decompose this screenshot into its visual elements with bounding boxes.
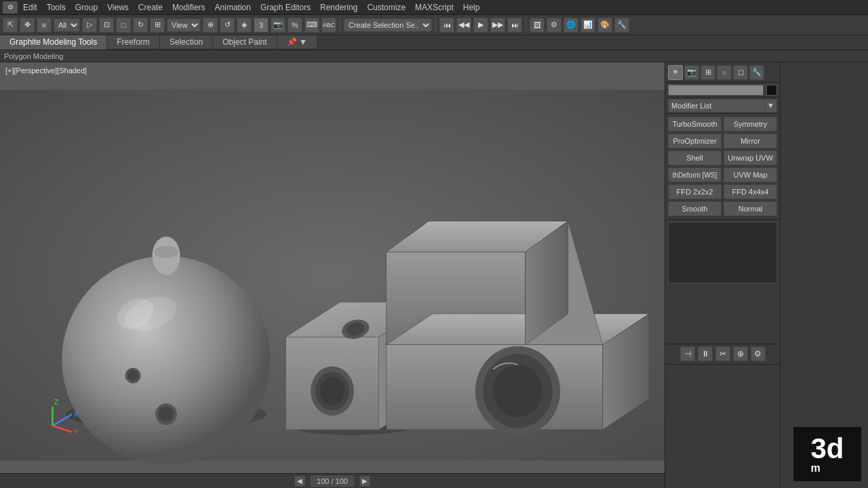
- extra-right-panel: 3d m: [780, 62, 868, 488]
- color-row: [665, 83, 780, 98]
- viewport-bottom: ◀ 100 / 100 ▶: [0, 473, 665, 488]
- tab-object-paint[interactable]: Object Paint: [213, 35, 277, 49]
- render-btn[interactable]: 🖼: [530, 18, 545, 33]
- obj-icon-motion[interactable]: ○: [717, 65, 732, 80]
- preview-canvas: [668, 222, 777, 283]
- mod-normal-btn[interactable]: Normal: [724, 201, 777, 216]
- utility-btn[interactable]: 🔧: [614, 18, 629, 33]
- mod-shell-btn[interactable]: Shell: [668, 150, 722, 165]
- create-selection-dropdown[interactable]: Create Selection Se...: [344, 18, 432, 32]
- prev-key-btn[interactable]: ◀◀: [456, 18, 471, 33]
- env-btn[interactable]: 🌐: [564, 18, 578, 33]
- mod-prooptimizer-btn[interactable]: ProOptimizer: [668, 134, 722, 148]
- app-icon[interactable]: ⚙: [3, 1, 18, 14]
- anim-step-back-btn[interactable]: ⊣: [680, 346, 695, 361]
- logo-3d: 3d: [810, 434, 844, 463]
- color-black[interactable]: [766, 85, 777, 96]
- tab-extra[interactable]: 📌 ▼: [277, 35, 317, 49]
- mod-ffd-2x2x2-btn[interactable]: FFD 2x2x2: [668, 184, 722, 199]
- modifier-list-select[interactable]: Modifier List: [668, 99, 765, 113]
- obj-icon-utility[interactable]: 🔧: [749, 65, 764, 80]
- modifier-list-arrow[interactable]: ▼: [765, 99, 777, 113]
- anim-copy-btn[interactable]: ⊕: [733, 346, 748, 361]
- menu-customize[interactable]: Customize: [363, 1, 410, 14]
- next-frame-btn[interactable]: ⏭: [507, 18, 522, 33]
- rect-select-btn[interactable]: □: [116, 18, 131, 33]
- camera-btn[interactable]: 📷: [271, 18, 285, 33]
- cycle-btn[interactable]: ↻: [133, 18, 148, 33]
- svg-point-6: [154, 246, 178, 258]
- svg-point-30: [493, 365, 542, 417]
- svg-text:Y: Y: [73, 428, 79, 436]
- render-setup-btn[interactable]: ⚙: [547, 18, 561, 33]
- right-panel-spacer: [665, 365, 780, 489]
- anim-pause-btn[interactable]: ⏸: [698, 346, 713, 361]
- prev-page-btn[interactable]: ◀: [294, 476, 305, 487]
- menu-modifiers[interactable]: Modifiers: [168, 1, 210, 14]
- menu-group[interactable]: Group: [71, 1, 102, 14]
- tab-graphite-modeling-tools[interactable]: Graphite Modeling Tools: [0, 35, 107, 49]
- obj-icon-camera[interactable]: 📷: [684, 65, 699, 80]
- scene-svg: X Y Z: [0, 62, 665, 488]
- num3-btn[interactable]: 3: [254, 18, 269, 33]
- svg-point-11: [159, 407, 174, 422]
- select-btn[interactable]: ▷: [82, 18, 97, 33]
- menu-maxscript[interactable]: MAXScript: [411, 1, 458, 14]
- mod-symmetry-btn[interactable]: Symmetry: [724, 117, 777, 131]
- menubar: ⚙ Edit Tools Group Views Create Modifier…: [0, 0, 868, 15]
- next-page-btn[interactable]: ▶: [359, 476, 370, 487]
- rotate-btn[interactable]: ↺: [220, 18, 235, 33]
- obj-icon-hierarchy[interactable]: ⊞: [701, 65, 715, 80]
- viewport[interactable]: [+][Perspective][Shaded]: [0, 62, 665, 488]
- abc-btn[interactable]: ABC: [321, 18, 336, 33]
- layer-btn[interactable]: ≡: [37, 18, 52, 33]
- right-panel: ☀ 📷 ⊞ ○ ◻ 🔧 Modifier List ▼ TurboSmooth …: [665, 62, 780, 488]
- track-view-btn[interactable]: 📊: [580, 18, 595, 33]
- mod-mirror-btn[interactable]: Mirror: [724, 134, 777, 148]
- logo-text: 3d m: [810, 434, 844, 474]
- tab-freeform[interactable]: Freeform: [107, 35, 160, 49]
- color-field[interactable]: [668, 85, 764, 96]
- mod-turbosmoooth-btn[interactable]: TurboSmooth: [668, 117, 722, 131]
- move-tool-btn[interactable]: ✥: [20, 18, 35, 33]
- select-region-btn[interactable]: ⊡: [99, 18, 114, 33]
- mod-ffd-4x4x4-btn[interactable]: FFD 4x4x4: [724, 184, 777, 199]
- mirror-btn[interactable]: ⊞: [150, 18, 165, 33]
- all-dropdown[interactable]: All: [54, 18, 80, 32]
- key-btn[interactable]: ⌨: [304, 18, 319, 33]
- menu-edit[interactable]: Edit: [19, 1, 41, 14]
- next-key-btn[interactable]: ▶▶: [490, 18, 505, 33]
- logo: 3d m: [793, 427, 861, 481]
- mod-thdeform-btn[interactable]: thDeform [WS]: [668, 167, 722, 182]
- tabs-row: Graphite Modeling Tools Freeform Selecti…: [0, 35, 868, 50]
- scale-btn[interactable]: ◈: [237, 18, 252, 33]
- viewport-label: [+][Perspective][Shaded]: [5, 66, 87, 75]
- play-btn[interactable]: ▶: [473, 18, 488, 33]
- menu-graph-editors[interactable]: Graph Editors: [256, 1, 315, 14]
- anim-scissors-btn[interactable]: ✂: [715, 346, 730, 361]
- menu-tools[interactable]: Tools: [43, 1, 70, 14]
- menu-animation[interactable]: Animation: [211, 1, 255, 14]
- obj-icon-display[interactable]: ◻: [733, 65, 748, 80]
- obj-icons-row: ☀ 📷 ⊞ ○ ◻ 🔧: [665, 62, 780, 83]
- svg-point-4: [62, 256, 271, 465]
- tab-selection[interactable]: Selection: [160, 35, 213, 49]
- anim-settings-btn[interactable]: ⚙: [751, 346, 766, 361]
- mod-unwrap-uvw-btn[interactable]: Unwrap UVW: [724, 150, 777, 165]
- menu-create[interactable]: Create: [134, 1, 167, 14]
- percent-btn[interactable]: %: [288, 18, 302, 33]
- divider1: [340, 18, 340, 32]
- mat-editor-btn[interactable]: 🎨: [597, 18, 612, 33]
- menu-rendering[interactable]: Rendering: [316, 1, 361, 14]
- mod-uvw-map-btn[interactable]: UVW Map: [724, 167, 777, 182]
- view-dropdown[interactable]: View: [167, 18, 201, 32]
- menu-views[interactable]: Views: [103, 1, 133, 14]
- obj-icon-sun[interactable]: ☀: [668, 65, 683, 80]
- select-tool-btn[interactable]: ⇱: [3, 18, 18, 33]
- svg-text:Z: Z: [54, 398, 59, 406]
- snap-btn[interactable]: ⊕: [203, 18, 218, 33]
- mod-smooth-btn[interactable]: Smooth: [668, 201, 722, 216]
- modifier-list-row: Modifier List ▼: [665, 98, 780, 114]
- prev-frame-btn[interactable]: ⏮: [439, 18, 454, 33]
- menu-help[interactable]: Help: [459, 1, 484, 14]
